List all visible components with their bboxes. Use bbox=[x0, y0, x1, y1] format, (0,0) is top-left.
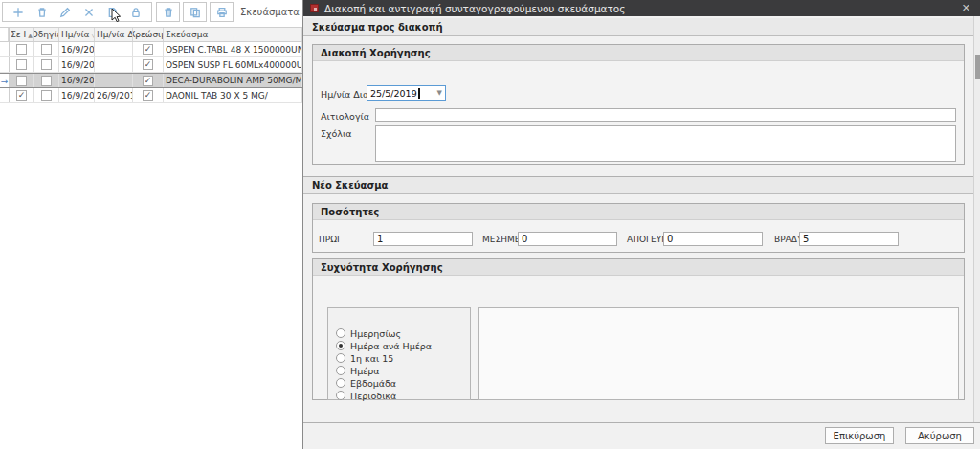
checkbox-checked[interactable]: ✓ bbox=[16, 90, 27, 101]
checkbox-unchecked[interactable] bbox=[41, 90, 52, 101]
table-row[interactable]: 16/9/2019✓OSPEN SUSP FL 60MLx400000UN/5M… bbox=[0, 57, 302, 73]
radio-icon[interactable] bbox=[336, 391, 345, 400]
prescriptions-table: Σε Ι▲ΟδηγίεΗμ/νία▽Ημ/νία ΔιαΧρεώσιμΣκεύα… bbox=[0, 27, 302, 103]
reason-input[interactable] bbox=[375, 108, 956, 122]
frequency-option-label: Ημέρα ανά Ημέρα bbox=[350, 341, 432, 351]
selected-row-arrow: → bbox=[0, 74, 9, 87]
text-caret bbox=[418, 88, 420, 99]
checkbox-checked[interactable]: ✓ bbox=[143, 44, 153, 55]
edit-icon[interactable] bbox=[58, 6, 72, 19]
comments-textarea[interactable] bbox=[375, 125, 956, 162]
checkbox-checked[interactable]: ✓ bbox=[143, 76, 153, 86]
radio-icon[interactable] bbox=[336, 353, 345, 363]
column-header[interactable]: Ημ/νία Δια bbox=[95, 28, 133, 41]
prescription-date: 16/9/2019 bbox=[59, 57, 95, 72]
toolbar-icon-group bbox=[2, 2, 152, 22]
quantity-input[interactable] bbox=[663, 232, 763, 246]
row-margin bbox=[0, 42, 9, 56]
frequency-option[interactable]: Περιοδικά bbox=[336, 391, 470, 400]
frequency-option[interactable]: 1η και 15 bbox=[336, 353, 470, 363]
checkbox-unchecked[interactable] bbox=[16, 76, 27, 86]
dialog-titlebar[interactable]: Διακοπή και αντιγραφή συνταγογραφούμενου… bbox=[303, 0, 980, 16]
frequency-group-title: Συχνότητα Χορήγησης bbox=[313, 259, 964, 276]
quantities-group-title: Ποσότητες bbox=[313, 204, 964, 220]
frequency-group: Συχνότητα Χορήγησης ΗμερησίωςΗμέρα ανά Η… bbox=[312, 258, 965, 400]
frequency-option-label: 1η και 15 bbox=[350, 353, 393, 364]
prescription-date: 16/9/2019 bbox=[59, 88, 95, 102]
frequency-option[interactable]: Εβδομάδα bbox=[336, 378, 470, 388]
prescription-date: 16/9/2019 bbox=[59, 74, 95, 87]
section-medication-to-discontinue: Σκεύασμα προς διακοπή bbox=[303, 18, 974, 36]
row-marker-header bbox=[0, 28, 9, 41]
radio-icon[interactable] bbox=[336, 378, 345, 388]
column-header[interactable]: Οδηγίε bbox=[34, 28, 59, 41]
radio-selected-icon[interactable] bbox=[336, 341, 345, 350]
delete-icon[interactable] bbox=[35, 6, 49, 19]
row-margin bbox=[0, 57, 9, 72]
table-row[interactable]: →16/9/2019✓DECA-DURABOLIN AMP 50MG/ML bbox=[0, 73, 302, 88]
chevron-down-icon[interactable]: ▼ bbox=[437, 89, 442, 97]
dialog-scrollbar[interactable] bbox=[973, 16, 980, 422]
table-cell bbox=[34, 74, 59, 87]
table-cell: ✓ bbox=[9, 88, 34, 102]
quantities-group: Ποσότητες ΠΡΩΙΜΕΣΗΜΕΡΙΑΠΟΓΕΥΜΑΒΡΑΔΥ bbox=[312, 203, 965, 253]
footer-divider bbox=[303, 422, 980, 423]
cancel-icon[interactable] bbox=[82, 6, 96, 19]
discontinue-copy-dialog: Διακοπή και αντιγραφή συνταγογραφούμενου… bbox=[302, 0, 980, 449]
dialog-title: Διακοπή και αντιγραφή συνταγογραφούμενου… bbox=[324, 3, 625, 14]
column-header[interactable]: Σκεύασμα bbox=[164, 28, 302, 41]
frequency-option[interactable]: Ημέρα ανά Ημέρα bbox=[336, 341, 470, 350]
checkbox-unchecked[interactable] bbox=[41, 44, 52, 55]
mouse-cursor-icon bbox=[111, 9, 122, 24]
radio-icon[interactable] bbox=[336, 366, 345, 375]
table-cell: ✓ bbox=[133, 74, 164, 87]
discontinue-group-title: Διακοπή Χορήγησης bbox=[313, 45, 964, 61]
sort-icon[interactable]: ▲ bbox=[28, 32, 33, 38]
prescription-date: 16/9/2019 bbox=[59, 42, 95, 56]
frequency-option[interactable]: Ημερησίως bbox=[336, 328, 470, 338]
table-row[interactable]: ✓16/9/201926/9/2019✓DAONIL TAB 30 X 5 MG… bbox=[0, 88, 302, 103]
quantity-input[interactable] bbox=[373, 232, 473, 246]
table-cell bbox=[34, 88, 59, 102]
close-icon[interactable]: ✕ bbox=[959, 3, 973, 13]
cancel-button[interactable]: Ακύρωση bbox=[905, 427, 974, 444]
column-header[interactable]: Σε Ι▲ bbox=[9, 28, 34, 41]
checkbox-unchecked[interactable] bbox=[16, 59, 27, 70]
confirm-button[interactable]: Επικύρωση bbox=[825, 427, 894, 444]
reason-label: Αιτιολογία bbox=[321, 111, 369, 122]
checkbox-unchecked[interactable] bbox=[16, 44, 27, 55]
comments-label: Σχόλια bbox=[321, 128, 351, 139]
medication-name: DECA-DURABOLIN AMP 50MG/ML bbox=[164, 74, 302, 87]
checkbox-unchecked[interactable] bbox=[41, 59, 52, 70]
table-cell: ✓ bbox=[133, 88, 164, 102]
section-new-medication: Νέο Σκεύασμα bbox=[303, 176, 974, 194]
discontinue-date bbox=[95, 42, 133, 56]
lock-icon[interactable] bbox=[129, 6, 143, 19]
duplicate-icon bbox=[189, 6, 202, 19]
dialog-app-icon bbox=[310, 4, 319, 12]
row-margin bbox=[0, 88, 9, 102]
table-cell: ✓ bbox=[133, 57, 164, 72]
toolbar-print-button[interactable] bbox=[210, 2, 234, 22]
toolbar-trash-button[interactable] bbox=[156, 2, 180, 22]
quantity-label: ΒΡΑΔΥ bbox=[774, 235, 802, 244]
column-header[interactable]: Χρεώσιμ bbox=[133, 28, 164, 41]
quantity-input[interactable] bbox=[518, 232, 617, 246]
discontinue-date bbox=[95, 74, 133, 87]
checkbox-unchecked[interactable] bbox=[41, 76, 52, 86]
scrollbar-thumb[interactable] bbox=[975, 55, 980, 79]
toolbar-duplicate-button[interactable] bbox=[183, 2, 207, 22]
column-header[interactable]: Ημ/νία▽ bbox=[59, 28, 95, 41]
frequency-option[interactable]: Ημέρα bbox=[336, 366, 470, 375]
quantity-input[interactable] bbox=[799, 232, 899, 246]
table-cell bbox=[34, 57, 59, 72]
table-cell bbox=[34, 42, 59, 56]
medication-name: DAONIL TAB 30 X 5 MG/ bbox=[164, 88, 302, 102]
discontinue-date-input[interactable]: 25/5/2019 ▼ bbox=[367, 85, 446, 101]
table-header-row: Σε Ι▲ΟδηγίεΗμ/νία▽Ημ/νία ΔιαΧρεώσιμΣκεύα… bbox=[0, 27, 302, 42]
checkbox-checked[interactable]: ✓ bbox=[143, 59, 153, 70]
checkbox-checked[interactable]: ✓ bbox=[143, 90, 153, 101]
radio-icon[interactable] bbox=[336, 328, 345, 338]
add-icon[interactable] bbox=[11, 6, 25, 19]
table-row[interactable]: 16/9/2019✓OSPEN C.TABL 48 X 1500000UN_RP… bbox=[0, 42, 302, 57]
